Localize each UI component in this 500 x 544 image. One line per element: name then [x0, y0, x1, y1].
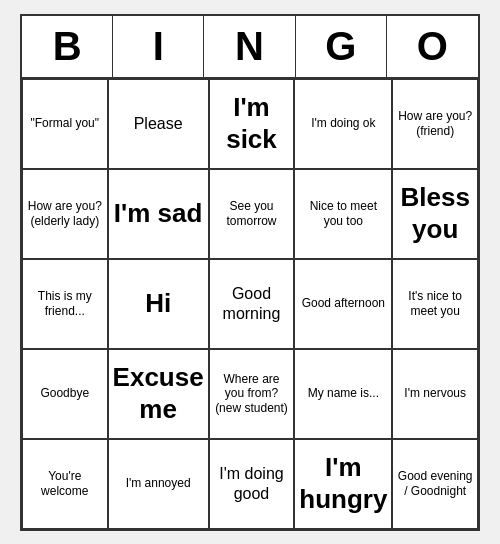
cell-text: Bless you	[397, 182, 473, 244]
bingo-cell: Hi	[108, 259, 209, 349]
cell-text: Excuse me	[113, 362, 204, 424]
bingo-header: BINGO	[22, 16, 478, 79]
bingo-cell: Good morning	[209, 259, 295, 349]
bingo-cell: You're welcome	[22, 439, 108, 529]
cell-text: I'm nervous	[404, 386, 466, 400]
bingo-cell: It's nice to meet you	[392, 259, 478, 349]
bingo-cell: How are you? (friend)	[392, 79, 478, 169]
bingo-cell: Good evening / Goodnight	[392, 439, 478, 529]
cell-text: Good morning	[214, 284, 290, 322]
cell-text: I'm doing good	[214, 464, 290, 502]
cell-text: Hi	[145, 288, 171, 319]
cell-text: You're welcome	[27, 469, 103, 498]
cell-text: I'm sad	[114, 198, 203, 229]
cell-text: Goodbye	[40, 386, 89, 400]
cell-text: "Formal you"	[31, 116, 100, 130]
bingo-cell: I'm doing ok	[294, 79, 392, 169]
bingo-cell: How are you? (elderly lady)	[22, 169, 108, 259]
bingo-cell: "Formal you"	[22, 79, 108, 169]
header-letter: B	[22, 16, 113, 77]
bingo-cell: Good afternoon	[294, 259, 392, 349]
cell-text: My name is...	[308, 386, 379, 400]
bingo-cell: I'm sick	[209, 79, 295, 169]
cell-text: I'm sick	[214, 92, 290, 154]
cell-text: How are you? (friend)	[397, 109, 473, 138]
bingo-cell: I'm doing good	[209, 439, 295, 529]
cell-text: Please	[134, 114, 183, 133]
bingo-cell: I'm nervous	[392, 349, 478, 439]
header-letter: I	[113, 16, 204, 77]
cell-text: I'm hungry	[299, 452, 387, 514]
bingo-cell: I'm sad	[108, 169, 209, 259]
bingo-cell: Nice to meet you too	[294, 169, 392, 259]
bingo-cell: Goodbye	[22, 349, 108, 439]
bingo-cell: Please	[108, 79, 209, 169]
bingo-cell: Excuse me	[108, 349, 209, 439]
cell-text: This is my friend...	[27, 289, 103, 318]
bingo-cell: I'm annoyed	[108, 439, 209, 529]
cell-text: Good evening / Goodnight	[397, 469, 473, 498]
bingo-grid: "Formal you"PleaseI'm sickI'm doing okHo…	[22, 79, 478, 529]
cell-text: See you tomorrow	[214, 199, 290, 228]
bingo-cell: Where are you from? (new student)	[209, 349, 295, 439]
header-letter: N	[204, 16, 295, 77]
bingo-card: BINGO "Formal you"PleaseI'm sickI'm doin…	[20, 14, 480, 531]
bingo-cell: I'm hungry	[294, 439, 392, 529]
header-letter: G	[296, 16, 387, 77]
cell-text: Good afternoon	[302, 296, 385, 310]
bingo-cell: See you tomorrow	[209, 169, 295, 259]
cell-text: Where are you from? (new student)	[214, 372, 290, 415]
cell-text: It's nice to meet you	[397, 289, 473, 318]
cell-text: I'm annoyed	[126, 476, 191, 490]
header-letter: O	[387, 16, 478, 77]
bingo-cell: My name is...	[294, 349, 392, 439]
cell-text: Nice to meet you too	[299, 199, 387, 228]
bingo-cell: Bless you	[392, 169, 478, 259]
cell-text: I'm doing ok	[311, 116, 375, 130]
cell-text: How are you? (elderly lady)	[27, 199, 103, 228]
bingo-cell: This is my friend...	[22, 259, 108, 349]
